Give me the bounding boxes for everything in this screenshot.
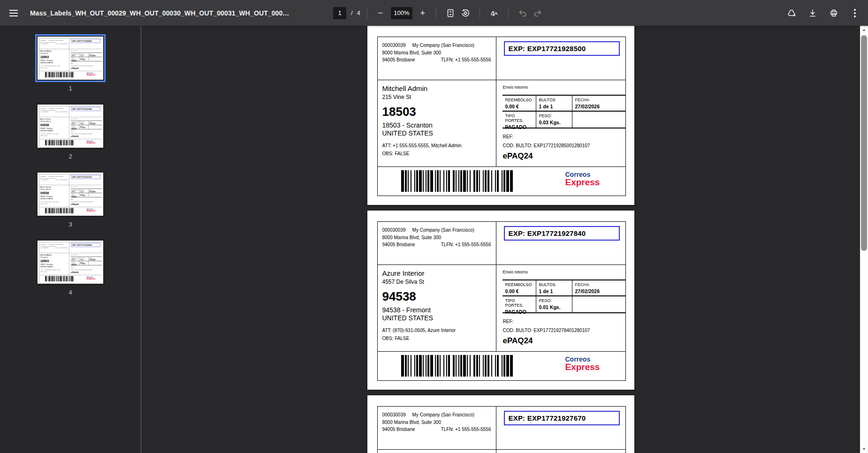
recipient-street: 4557 De Silva St xyxy=(382,279,491,285)
shipment-info-block: Envio retorno REEMBOLSO 0.00 € BULTOS 1 … xyxy=(496,450,625,453)
zoom-out-button[interactable]: − xyxy=(374,7,387,20)
table-cell-empty xyxy=(572,296,625,312)
page-number-input[interactable] xyxy=(333,7,346,19)
shipping-label: 000030039My Company (San Francisco) 8000… xyxy=(39,106,102,146)
sender-id: 000030039 xyxy=(40,243,46,245)
label-header: 000030039My Company (San Francisco) 8000… xyxy=(39,38,102,49)
table-cell-fecha: FECHA 27/02/2026 xyxy=(89,257,102,261)
table-cell-tipo-portes: TIPO PORTES. PAGADO xyxy=(71,125,79,129)
table-cell-empty xyxy=(89,261,102,265)
exp-tracking-number: EXP: EXP17721927670 xyxy=(72,176,92,178)
express-wordmark: Express xyxy=(565,178,600,187)
table-cell-peso: PESO: 0.03 Kgs. xyxy=(79,261,89,265)
menu-button[interactable] xyxy=(6,5,22,21)
envio-retorno-label: Envio retorno xyxy=(503,85,625,90)
pdf-page-3: 000030039My Company (San Francisco) 8000… xyxy=(367,395,634,453)
sender-phone: TLFN: +1 555-555-5556 xyxy=(441,56,491,64)
recipient-country: UNITED STATES xyxy=(40,197,68,199)
shipment-info-block: Envio retorno REEMBOLSO 0.00 € BULTOS 1 … xyxy=(496,265,625,351)
sender-id: 000030039 xyxy=(40,107,46,109)
more-vert-icon xyxy=(854,9,856,17)
recipient-city: 94538 - Fremont xyxy=(382,306,491,314)
more-options-button[interactable] xyxy=(847,6,862,21)
exp-tracking-box: EXP: EXP17721928500 xyxy=(71,39,101,43)
label-header: 000030039My Company (San Francisco) 8000… xyxy=(39,106,102,117)
recipient-zip: 18503 xyxy=(382,105,491,119)
toolbar-divider xyxy=(508,8,509,18)
sender-city: 94005 Brisbane xyxy=(40,43,49,45)
correos-wordmark: Correos xyxy=(565,171,600,178)
exp-tracking-number: EXP: EXP17721928500 xyxy=(509,45,586,53)
ref-line: REF: xyxy=(503,134,625,139)
sender-phone: TLFN: +1 555-555-5556 xyxy=(55,111,68,113)
table-cell-tipo-portes: TIPO PORTES. PAGADO xyxy=(71,193,79,197)
table-cell-empty xyxy=(89,193,102,197)
fit-to-page-button[interactable] xyxy=(443,6,458,21)
recipient-obs: OBS: FALSE xyxy=(382,336,491,341)
recipient-block: Mitchell Admin 215 Vine St 18503 18503 -… xyxy=(39,253,69,275)
print-button[interactable] xyxy=(826,6,841,21)
sender-phone: TLFN: +1 555-555-5556 xyxy=(441,426,491,433)
courier-logo: Correos Express xyxy=(565,171,600,187)
thumbnail-page-number: 3 xyxy=(69,221,72,228)
thumbnail-page-1[interactable]: 000030039My Company (San Francisco) 8000… xyxy=(38,37,103,80)
shipment-info-block: Envio retorno REEMBOLSO 0.00 € BULTOS 1 … xyxy=(69,49,102,71)
label-body: Mitchell Admin 215 Vine St 18503 18503 -… xyxy=(378,80,625,167)
recipient-obs: OBS: FALSE xyxy=(40,271,68,272)
shipping-label: 000030039My Company (San Francisco) 8000… xyxy=(39,242,102,282)
zoom-level: 100% xyxy=(391,7,412,19)
sender-phone: TLFN: +1 555-555-5556 xyxy=(55,43,68,45)
download-button[interactable] xyxy=(805,6,820,21)
barcode xyxy=(401,170,514,192)
rotate-icon xyxy=(461,8,470,18)
table-cell-reembolso: REEMBOLSO 0.00 € xyxy=(71,121,79,125)
vertical-scrollbar[interactable]: ▲ ▼ xyxy=(860,26,868,453)
recipient-block: Mitchell Admin 215 Vine St 18503 18503 -… xyxy=(378,80,496,166)
rotate-button[interactable] xyxy=(458,6,473,21)
pdf-page-2: 000030039My Company (San Francisco) 8000… xyxy=(367,211,634,390)
label-footer: Correos Express xyxy=(39,275,102,282)
label-header: 000030039My Company (San Francisco) 8000… xyxy=(378,37,625,80)
cod-bulto-line: COD. BULTO: EXP177219276701280107 xyxy=(71,201,102,203)
table-cell-bultos: BULTOS 1 de 1 xyxy=(79,53,89,57)
scrollbar-thumb[interactable] xyxy=(861,35,867,251)
download-icon xyxy=(808,8,817,18)
exp-tracking-box: EXP: EXP17721927840 xyxy=(504,226,620,241)
service-name: ePAQ24 xyxy=(71,135,102,137)
save-to-drive-button[interactable] xyxy=(784,6,799,21)
thumbnail-page-4[interactable]: 000030039My Company (San Francisco) 8000… xyxy=(38,241,103,284)
exp-cell: EXP: EXP17721927840 xyxy=(496,222,625,264)
shipment-info-block: Envio retorno REEMBOLSO 0.00 € BULTOS 1 … xyxy=(69,117,102,139)
thumbnail-page-2[interactable]: 000030039My Company (San Francisco) 8000… xyxy=(38,105,103,148)
courier-logo: Correos Express xyxy=(87,208,96,212)
exp-tracking-box: EXP: EXP17721928500 xyxy=(504,41,620,56)
sender-name: My Company (San Francisco) xyxy=(412,43,474,48)
zoom-in-button[interactable]: + xyxy=(416,7,429,20)
scroll-down-button[interactable]: ▼ xyxy=(860,445,868,453)
shipping-label: 000030039My Company (San Francisco) 8000… xyxy=(377,37,626,196)
undo-button[interactable] xyxy=(515,6,530,21)
ref-line: REF: xyxy=(503,319,625,324)
table-cell-bultos: BULTOS 1 de 1 xyxy=(536,96,572,112)
table-cell-reembolso: REEMBOLSO 0.00 € xyxy=(71,189,79,193)
redo-button[interactable] xyxy=(530,6,545,21)
service-name: ePAQ24 xyxy=(503,151,625,161)
sender-name: My Company (San Francisco) xyxy=(48,175,64,177)
exp-cell: EXP: EXP17721928500 xyxy=(69,242,102,253)
sender-block: 000030039My Company (San Francisco) 8000… xyxy=(39,242,69,253)
exp-tracking-number: EXP: EXP17721928500 xyxy=(72,244,92,246)
sender-name: My Company (San Francisco) xyxy=(48,39,64,41)
sender-block: 000030039My Company (San Francisco) 8000… xyxy=(378,37,496,80)
sidebar-divider xyxy=(141,26,141,453)
shipment-info-block: Envio retorno REEMBOLSO 0.00 € BULTOS 1 … xyxy=(69,253,102,275)
sender-address: 8000 Marina Blvd, Suite 300 xyxy=(382,234,491,242)
recipient-city: 18503 - Scranton xyxy=(382,121,491,129)
annotate-button[interactable] xyxy=(487,6,502,21)
service-name: ePAQ24 xyxy=(71,271,102,273)
shipment-info-block: Envio retorno REEMBOLSO 0.00 € BULTOS 1 … xyxy=(496,80,625,166)
toolbar-divider xyxy=(367,8,367,18)
scroll-up-button[interactable]: ▲ xyxy=(860,26,868,34)
sender-city: 94005 Brisbane xyxy=(382,241,415,249)
shipment-info-table: REEMBOLSO 0.00 € BULTOS 1 de 1 FECHA 27/… xyxy=(503,95,625,128)
thumbnail-page-3[interactable]: 000030039My Company (San Francisco) 8000… xyxy=(38,173,103,216)
